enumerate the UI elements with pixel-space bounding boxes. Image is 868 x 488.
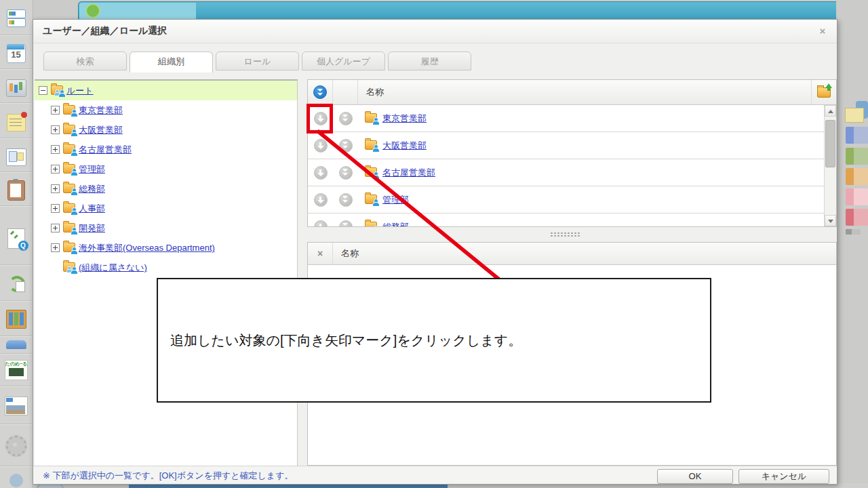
tanomail-icon[interactable]: たのめ~る bbox=[0, 358, 32, 382]
ok-button[interactable]: OK bbox=[657, 469, 733, 484]
bulletin-board-icon[interactable] bbox=[0, 145, 32, 169]
background-color-block bbox=[846, 209, 868, 226]
available-row: 名古屋営業部 bbox=[308, 159, 836, 186]
expand-icon[interactable] bbox=[51, 204, 60, 213]
add-icon[interactable] bbox=[314, 220, 328, 227]
tab-search[interactable]: 検索 bbox=[43, 52, 127, 70]
add-with-children-icon[interactable] bbox=[339, 139, 353, 152]
todo-icon[interactable]: Q bbox=[0, 225, 32, 252]
organization-icon bbox=[63, 223, 75, 232]
panel-splitter-handle[interactable] bbox=[550, 232, 581, 237]
organization-link[interactable]: 東京営業部 bbox=[382, 113, 427, 125]
tree-item-label[interactable]: 名古屋営業部 bbox=[79, 144, 132, 156]
add-with-children-icon[interactable] bbox=[339, 193, 353, 207]
tree-item-label[interactable]: 開発部 bbox=[79, 222, 105, 235]
dialog-title: ユーザー／組織／ロール選択 bbox=[43, 25, 167, 37]
organization-icon bbox=[63, 144, 75, 154]
selected-list-header: × 名称 bbox=[308, 243, 836, 265]
cancel-button[interactable]: キャンセル bbox=[738, 469, 829, 484]
organization-link[interactable]: 名古屋営業部 bbox=[382, 167, 435, 179]
expand-icon[interactable] bbox=[51, 165, 60, 174]
organization-icon bbox=[63, 184, 75, 193]
app-sidebar: 15 Q たのめ~る bbox=[0, 0, 33, 488]
user-org-role-select-dialog: ユーザー／組織／ロール選択 × 検索 組織別 ロール 個人グループ 履歴 ルート… bbox=[33, 19, 837, 485]
expand-icon[interactable] bbox=[51, 145, 60, 154]
tree-item-label[interactable]: 総務部 bbox=[79, 183, 105, 195]
scrollbar-thumb[interactable] bbox=[825, 120, 835, 167]
collapse-icon[interactable] bbox=[39, 86, 47, 95]
add-all-icon[interactable] bbox=[313, 85, 327, 99]
add-with-children-icon[interactable] bbox=[339, 112, 353, 125]
report-icon[interactable] bbox=[0, 178, 32, 203]
tree-item-root[interactable]: ルート bbox=[35, 81, 297, 100]
portal-icon[interactable] bbox=[0, 5, 32, 31]
memo-icon[interactable] bbox=[0, 110, 32, 135]
organization-icon bbox=[365, 222, 377, 227]
tree-item[interactable]: 管理部 bbox=[35, 159, 297, 179]
mail-icon[interactable] bbox=[0, 338, 32, 350]
tree-item-label[interactable]: ルート bbox=[66, 85, 94, 97]
footer-note: ※ 下部が選択中の一覧です。[OK]ボタンを押すと確定します。 bbox=[43, 470, 293, 482]
tree-item[interactable]: 海外事業部(Overseas Department) bbox=[35, 238, 297, 258]
tab-personal-group[interactable]: 個人グループ bbox=[302, 52, 385, 70]
tree-item-label[interactable]: 東京営業部 bbox=[79, 104, 123, 117]
background-gray-bar bbox=[846, 229, 861, 235]
name-column-header: 名称 bbox=[333, 243, 836, 264]
tree-item[interactable]: 名古屋営業部 bbox=[35, 140, 297, 159]
organization-icon bbox=[63, 105, 75, 115]
calendar-icon[interactable]: 15 bbox=[0, 41, 32, 66]
dialog-titlebar: ユーザー／組織／ロール選択 bbox=[33, 20, 837, 43]
add-with-children-icon[interactable] bbox=[339, 166, 353, 180]
organization-link[interactable]: 総務部 bbox=[382, 221, 409, 227]
tree-item-label[interactable]: 海外事業部(Overseas Department) bbox=[79, 242, 215, 254]
organization-link[interactable]: 管理部 bbox=[382, 194, 409, 206]
settings-icon[interactable] bbox=[0, 432, 32, 460]
refresh-icon bbox=[85, 3, 100, 18]
organization-icon bbox=[365, 113, 377, 123]
tree-item[interactable]: 総務部 bbox=[35, 179, 297, 199]
tree-item[interactable]: 開発部 bbox=[35, 218, 297, 238]
organization-link[interactable]: 大阪営業部 bbox=[382, 140, 427, 152]
app-circle-icon[interactable] bbox=[0, 472, 32, 488]
expand-icon[interactable] bbox=[51, 106, 60, 115]
available-row: 大阪営業部 bbox=[308, 132, 836, 159]
scroll-up-icon[interactable] bbox=[825, 105, 836, 117]
tree-item-label[interactable]: 人事部 bbox=[79, 203, 105, 215]
tab-history[interactable]: 履歴 bbox=[388, 52, 471, 70]
add-icon[interactable] bbox=[314, 193, 328, 207]
tab-role[interactable]: ロール bbox=[216, 52, 299, 70]
annotation-callout-text: 追加したい対象の[下向き矢印マーク]をクリックします。 bbox=[170, 331, 521, 350]
workflow-icon[interactable] bbox=[0, 271, 32, 296]
dialog-footer: ※ 下部が選択中の一覧です。[OK]ボタンを押すと確定します。 OK キャンセル bbox=[33, 466, 837, 484]
available-list-header: 名称 bbox=[308, 80, 836, 105]
name-column-header: 名称 bbox=[358, 80, 811, 104]
tree-item[interactable]: 東京営業部 bbox=[35, 100, 297, 120]
tree-item[interactable]: 大阪営業部 bbox=[35, 120, 297, 140]
parent-folder-icon[interactable] bbox=[817, 87, 831, 98]
add-icon[interactable] bbox=[314, 166, 328, 180]
tree-item-label[interactable]: 管理部 bbox=[79, 163, 105, 176]
organization-group-icon bbox=[63, 262, 75, 272]
scrollbar[interactable] bbox=[824, 105, 836, 226]
expand-icon[interactable] bbox=[51, 243, 60, 252]
tree-item-label[interactable]: (組織に属さない) bbox=[79, 262, 147, 274]
scroll-down-icon[interactable] bbox=[825, 215, 836, 226]
tree-item[interactable]: 人事部 bbox=[35, 199, 297, 218]
remove-all-icon[interactable]: × bbox=[308, 243, 333, 264]
tree-item-unassigned[interactable]: (組織に属さない) bbox=[35, 258, 297, 277]
organization-icon bbox=[365, 195, 377, 204]
tree-item-label[interactable]: 大阪営業部 bbox=[79, 124, 123, 136]
add-with-children-icon[interactable] bbox=[339, 220, 353, 227]
photo-link-icon[interactable] bbox=[0, 393, 32, 419]
add-icon[interactable] bbox=[314, 139, 328, 152]
annotation-callout: 追加したい対象の[下向き矢印マーク]をクリックします。 bbox=[157, 278, 711, 403]
cabinet-icon[interactable] bbox=[0, 307, 32, 331]
expand-icon[interactable] bbox=[51, 184, 60, 193]
expand-icon[interactable] bbox=[51, 224, 60, 232]
expand-icon[interactable] bbox=[51, 125, 60, 134]
available-row: 管理部 bbox=[308, 186, 836, 214]
tab-by-organization[interactable]: 組織別 bbox=[130, 52, 213, 73]
annotation-highlight-box bbox=[307, 104, 333, 134]
close-icon[interactable]: × bbox=[816, 25, 829, 37]
space-icon[interactable] bbox=[0, 76, 32, 100]
